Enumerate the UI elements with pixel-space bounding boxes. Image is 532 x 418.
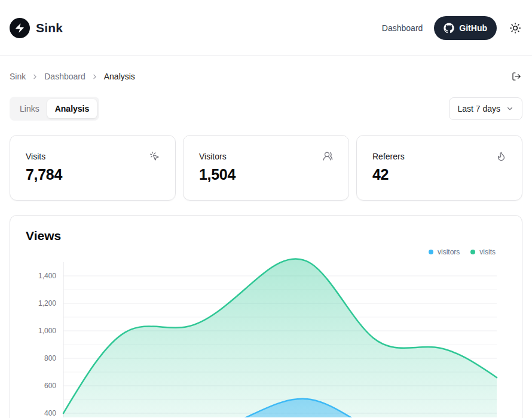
legend-dot-visits [470,250,475,254]
chevron-down-icon [506,105,514,113]
chart-legend: visitors visits [429,248,496,256]
main-content: Sink Dashboard Analysis Links Analysis L… [0,69,532,418]
logout-button[interactable] [510,70,522,82]
visits-area [63,259,497,417]
sink-logo-icon [10,18,30,38]
users-round-icon [323,151,333,161]
breadcrumb: Sink Dashboard Analysis [10,72,135,81]
legend-visitors[interactable]: visitors [429,248,460,256]
github-button-label: GitHub [459,23,487,33]
legend-label: visits [479,248,496,256]
date-range-select[interactable]: Last 7 days [449,97,522,120]
tab-analysis[interactable]: Analysis [47,99,97,118]
mouse-pointer-click-icon [149,151,160,161]
legend-label: visitors [438,248,460,256]
breadcrumb-analysis: Analysis [104,72,135,81]
svg-text:400: 400 [44,409,56,417]
nav-dashboard-link[interactable]: Dashboard [382,23,423,33]
brand-name: Sink [36,21,63,35]
chart-series [63,259,497,417]
stat-card-visits: Visits 7,784 [10,135,176,201]
stat-label: Visitors [199,152,227,161]
stat-card-visitors: Visitors 1,504 [183,135,349,201]
tab-links[interactable]: Links [12,99,47,118]
flame-icon [496,151,506,161]
header-nav: Dashboard GitHub [382,16,522,40]
github-icon [444,23,454,33]
app-header: Sink Dashboard GitHub [0,0,532,56]
tabs: Links Analysis [10,97,99,121]
views-chart-card: Views visitors visits 40 [10,215,522,418]
svg-text:1,400: 1,400 [38,272,56,280]
chevron-right-icon [91,73,99,81]
legend-dot-visitors [429,250,433,254]
legend-visits[interactable]: visits [470,248,496,256]
logout-icon [512,72,521,81]
chevron-right-icon [31,73,39,81]
y-axis-tick-labels: 4006008001,0001,2001,400 [38,272,56,417]
svg-text:800: 800 [44,354,56,362]
svg-text:1,000: 1,000 [38,327,56,335]
svg-text:600: 600 [44,382,56,390]
stat-value: 1,504 [199,166,333,183]
theme-toggle-button[interactable] [508,21,522,35]
stat-label: Visits [26,152,45,161]
svg-text:1,200: 1,200 [38,299,56,308]
breadcrumb-dashboard[interactable]: Dashboard [44,72,85,81]
sun-icon [509,22,521,34]
date-range-value: Last 7 days [457,104,500,113]
area-chart-canvas[interactable]: 4006008001,0001,2001,400 [10,216,522,417]
stat-cards: Visits 7,784 Visitors 1,504 Referers [10,135,522,201]
stat-value: 7,784 [26,166,160,183]
stat-label: Referers [372,152,405,161]
breadcrumb-sink[interactable]: Sink [10,72,26,81]
github-button[interactable]: GitHub [434,16,497,40]
stat-value: 42 [372,166,506,183]
brand-link[interactable]: Sink [10,18,63,38]
stat-card-referers: Referers 42 [356,135,522,201]
